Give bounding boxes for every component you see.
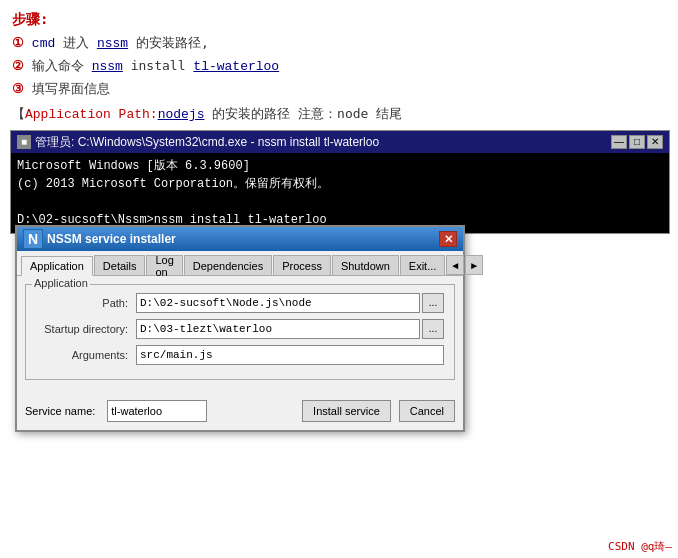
nssm-close-button[interactable]: ✕ [439,231,457,247]
startup-dir-row: Startup directory: ... [36,319,444,339]
path-browse-button[interactable]: ... [422,293,444,313]
tab-application[interactable]: Application [21,256,93,276]
cmd-title: 管理员: C:\Windows\System32\cmd.exe - nssm … [35,134,379,151]
minimize-button[interactable]: — [611,135,627,149]
close-button[interactable]: ✕ [647,135,663,149]
tab-shutdown[interactable]: Shutdown [332,255,399,275]
tab-exit[interactable]: Exit... [400,255,446,275]
nssm-titlebar: N NSSM service installer ✕ [17,227,463,251]
csdn-watermark: CSDN @q琦— [608,539,672,554]
cmd-line2: (c) 2013 Microsoft Corporation。保留所有权利。 [17,175,663,193]
nssm-title: NSSM service installer [47,232,176,246]
nssm-body: Application Path: ... Startup directory:… [17,276,463,396]
nssm-logo: N [23,229,43,249]
service-name-input[interactable] [107,400,207,422]
cmd-window-controls[interactable]: — □ ✕ [611,135,663,149]
tab-dependencies[interactable]: Dependencies [184,255,272,275]
path-label: Path: [36,297,136,309]
step1: ① cmd 进入 nssm 的安装路径, [12,32,666,55]
path-row: Path: ... [36,293,444,313]
cmd-line1: Microsoft Windows [版本 6.3.9600] [17,157,663,175]
step-label: 步骤: [12,8,666,32]
restore-button[interactable]: □ [629,135,645,149]
cmd-titlebar: ■ 管理员: C:\Windows\System32\cmd.exe - nss… [11,131,669,153]
cancel-button[interactable]: Cancel [399,400,455,422]
step2: ② 输入命令 nssm install tl-waterloo [12,55,666,78]
tab-scroll-right[interactable]: ► [465,255,483,275]
cmd-icon: ■ [17,135,31,149]
application-group-label: Application [32,277,90,289]
nssm-bottom-bar: Service name: Install service Cancel [17,396,463,430]
install-service-button[interactable]: Install service [302,400,391,422]
service-name-label: Service name: [25,405,95,417]
startup-dir-browse-button[interactable]: ... [422,319,444,339]
tab-process[interactable]: Process [273,255,331,275]
startup-dir-input[interactable] [136,319,420,339]
args-label: Arguments: [36,349,136,361]
tab-details[interactable]: Details [94,255,146,275]
step3: ③ 填写界面信息 [12,78,666,100]
cmd-window: ■ 管理员: C:\Windows\System32\cmd.exe - nss… [10,130,670,234]
nssm-tabs: Application Details Log on Dependencies … [17,251,463,276]
application-group: Application Path: ... Startup directory:… [25,284,455,380]
cmd-body: Microsoft Windows [版本 6.3.9600] (c) 2013… [11,153,669,233]
nssm-dialog: N NSSM service installer ✕ Application D… [15,225,465,432]
path-input[interactable] [136,293,420,313]
args-row: Arguments: [36,345,444,365]
startup-dir-label: Startup directory: [36,323,136,335]
tab-logon[interactable]: Log on [146,255,182,275]
tab-scroll-left[interactable]: ◄ [446,255,464,275]
cmd-line3 [17,193,663,211]
args-input[interactable] [136,345,444,365]
